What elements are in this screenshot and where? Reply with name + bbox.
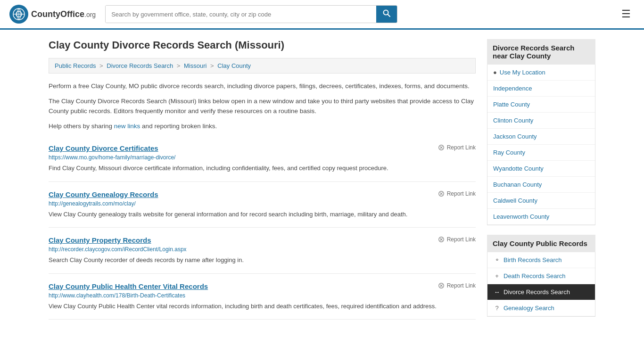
public-records-item-2[interactable]: ↔ Divorce Records Search xyxy=(487,284,595,300)
result-item: Clay County Divorce Certificates Report … xyxy=(49,136,476,182)
main-container: Clay County Divorce Records Search (Miss… xyxy=(39,30,605,336)
report-link-1[interactable]: Report Link xyxy=(438,190,476,197)
result-url-0: https://www.mo.gov/home-family/marriage-… xyxy=(49,154,476,161)
public-records-icon-2: ↔ xyxy=(493,288,501,296)
near-item-link-6[interactable]: Buchanan County xyxy=(487,177,595,192)
breadcrumb-clay-county[interactable]: Clay County xyxy=(217,62,251,69)
near-item-link-3[interactable]: Jackson County xyxy=(487,129,595,144)
svg-line-6 xyxy=(388,15,390,17)
breadcrumb-divorce-records[interactable]: Divorce Records Search xyxy=(107,62,173,69)
result-header: Clay County Genealogy Records Report Lin… xyxy=(49,190,476,198)
result-header: Clay County Property Records Report Link xyxy=(49,236,476,244)
breadcrumb: Public Records > Divorce Records Search … xyxy=(49,58,476,74)
result-header: Clay County Divorce Certificates Report … xyxy=(49,144,476,152)
near-item-6[interactable]: Buchanan County xyxy=(487,177,595,193)
near-item-3[interactable]: Jackson County xyxy=(487,129,595,145)
near-item-7[interactable]: Caldwell County xyxy=(487,193,595,209)
logo-text: CountyOffice.org xyxy=(31,9,96,19)
report-icon xyxy=(438,282,445,289)
public-records-link-1[interactable]: + Death Records Search xyxy=(487,268,595,284)
public-records-title: Clay County Public Records xyxy=(487,235,595,252)
description-2: The Clay County Divorce Records Search (… xyxy=(49,96,476,116)
logo-link[interactable]: CountyOffice.org xyxy=(9,5,96,24)
result-item: Clay County Property Records Report Link… xyxy=(49,228,476,274)
near-item-2[interactable]: Clinton County xyxy=(487,113,595,129)
menu-button[interactable]: ☰ xyxy=(618,6,635,22)
result-title-0[interactable]: Clay County Divorce Certificates xyxy=(49,144,158,152)
search-input[interactable] xyxy=(106,6,376,23)
public-records-link-0[interactable]: ⚬ Birth Records Search xyxy=(487,252,595,268)
near-item-1[interactable]: Platte County xyxy=(487,97,595,113)
search-icon xyxy=(383,9,390,17)
result-desc-2: Search Clay County recorder of deeds rec… xyxy=(49,255,476,265)
result-desc-1: View Clay County genealogy trails websit… xyxy=(49,210,476,219)
report-link-3[interactable]: Report Link xyxy=(438,282,476,289)
near-section: Divorce Records Search near Clay County … xyxy=(487,39,595,225)
use-location-link[interactable]: ● Use My Location xyxy=(487,65,595,80)
near-item-0[interactable]: Independence xyxy=(487,81,595,97)
report-link-0[interactable]: Report Link xyxy=(438,144,476,151)
content-area: Clay County Divorce Records Search (Miss… xyxy=(49,39,476,326)
result-desc-3: View Clay County Public Health Center vi… xyxy=(49,302,476,311)
search-button[interactable] xyxy=(376,6,397,23)
public-records-item-1[interactable]: + Death Records Search xyxy=(487,268,595,284)
near-item-link-5[interactable]: Wyandotte County xyxy=(487,161,595,176)
near-item-5[interactable]: Wyandotte County xyxy=(487,161,595,177)
sidebar: Divorce Records Search near Clay County … xyxy=(487,39,595,326)
public-records-icon-1: + xyxy=(493,272,501,280)
result-item: Clay County Public Health Center Vital R… xyxy=(49,274,476,320)
result-title-3[interactable]: Clay County Public Health Center Vital R… xyxy=(49,282,208,290)
report-icon xyxy=(438,236,445,243)
header: CountyOffice.org ☰ xyxy=(0,0,644,30)
near-item-4[interactable]: Ray County xyxy=(487,145,595,161)
near-item-link-0[interactable]: Independence xyxy=(487,81,595,96)
public-records-item-0[interactable]: ⚬ Birth Records Search xyxy=(487,252,595,268)
public-records-link-2[interactable]: ↔ Divorce Records Search xyxy=(487,284,595,300)
result-url-2: http://recorder.claycogov.com/iRecordCli… xyxy=(49,246,476,253)
results-container: Clay County Divorce Certificates Report … xyxy=(49,136,476,320)
header-right: ☰ xyxy=(618,6,635,22)
result-desc-0: Find Clay County, Missouri divorce certi… xyxy=(49,164,476,173)
breadcrumb-missouri[interactable]: Missouri xyxy=(184,62,206,69)
public-records-link-3[interactable]: ? Genealogy Search xyxy=(487,300,595,316)
search-bar xyxy=(105,5,397,23)
description-1: Perform a free Clay County, MO public di… xyxy=(49,81,476,91)
description-3: Help others by sharing new links and rep… xyxy=(49,121,476,132)
breadcrumb-public-records[interactable]: Public Records xyxy=(55,62,96,69)
near-item-link-8[interactable]: Leavenworth County xyxy=(487,209,595,224)
result-url-3: http://www.clayhealth.com/178/Birth-Deat… xyxy=(49,292,476,299)
result-url-1: http://genealogytrails.com/mo/clay/ xyxy=(49,200,476,207)
public-records-list: ⚬ Birth Records Search + Death Records S… xyxy=(487,252,595,317)
near-item-link-1[interactable]: Platte County xyxy=(487,97,595,112)
logo-icon xyxy=(9,5,28,24)
report-icon xyxy=(438,144,445,151)
result-title-2[interactable]: Clay County Property Records xyxy=(49,236,151,244)
result-title-1[interactable]: Clay County Genealogy Records xyxy=(49,190,158,198)
public-records-icon-0: ⚬ xyxy=(493,256,501,263)
near-item-8[interactable]: Leavenworth County xyxy=(487,209,595,225)
near-item-link-4[interactable]: Ray County xyxy=(487,145,595,160)
report-icon xyxy=(438,190,445,197)
result-item: Clay County Genealogy Records Report Lin… xyxy=(49,182,476,228)
near-list: ● Use My Location IndependencePlatte Cou… xyxy=(487,65,595,225)
page-title: Clay County Divorce Records Search (Miss… xyxy=(49,39,476,51)
new-links-link[interactable]: new links xyxy=(114,123,140,130)
use-location-item[interactable]: ● Use My Location xyxy=(487,65,595,81)
near-item-link-7[interactable]: Caldwell County xyxy=(487,193,595,208)
public-records-section: Clay County Public Records ⚬ Birth Recor… xyxy=(487,235,595,317)
public-records-item-3[interactable]: ? Genealogy Search xyxy=(487,300,595,316)
report-link-2[interactable]: Report Link xyxy=(438,236,476,243)
public-records-icon-3: ? xyxy=(493,304,501,312)
near-title: Divorce Records Search near Clay County xyxy=(487,39,595,65)
pin-icon: ● xyxy=(493,69,497,76)
result-header: Clay County Public Health Center Vital R… xyxy=(49,282,476,290)
near-item-link-2[interactable]: Clinton County xyxy=(487,113,595,128)
